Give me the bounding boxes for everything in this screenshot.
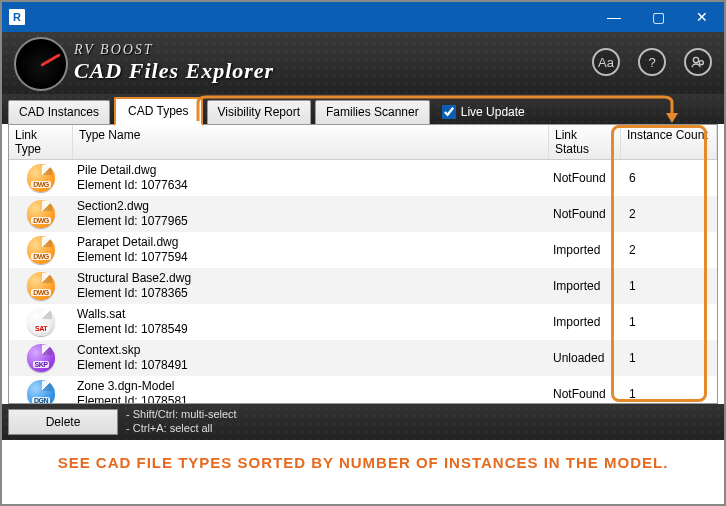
cell-type-name: Section2.dwgElement Id: 1077965 (73, 197, 549, 231)
cell-link-type: SKP (9, 344, 73, 372)
cell-link-type: DWG (9, 236, 73, 264)
table-row[interactable]: DWGPile Detail.dwgElement Id: 1077634Not… (9, 160, 717, 196)
selection-hints: - Shift/Ctrl: multi-select - Ctrl+A: sel… (126, 408, 237, 436)
cell-type-name: Zone 3.dgn-ModelElement Id: 1078581 (73, 377, 549, 403)
col-link-status[interactable]: Link Status (549, 125, 621, 159)
settings-icon[interactable] (684, 48, 712, 76)
grid-body[interactable]: DWGPile Detail.dwgElement Id: 1077634Not… (9, 160, 717, 403)
header-text: RV BOOST CAD Files Explorer (74, 42, 274, 84)
svg-point-0 (693, 57, 698, 62)
col-type-name[interactable]: Type Name (73, 125, 549, 159)
tool-title: CAD Files Explorer (74, 58, 274, 84)
hint-selectall: - Ctrl+A: select all (126, 422, 237, 436)
cell-instance-count: 1 (621, 387, 717, 401)
hint-multiselect: - Shift/Ctrl: multi-select (126, 408, 237, 422)
data-grid: Link Type Type Name Link Status Instance… (8, 124, 718, 404)
header-icons: Aa ? (592, 48, 712, 76)
table-row[interactable]: DWGParapet Detail.dwgElement Id: 1077594… (9, 232, 717, 268)
svg-marker-2 (666, 113, 678, 123)
cell-link-status: Imported (549, 315, 621, 329)
skp-file-icon: SKP (27, 344, 55, 372)
cell-type-name: Context.skpElement Id: 1078491 (73, 341, 549, 375)
cell-link-status: NotFound (549, 387, 621, 401)
tab-cad-types[interactable]: CAD Types (114, 97, 202, 126)
col-link-type[interactable]: Link Type (9, 125, 73, 159)
caption-text: SEE CAD FILE TYPES SORTED BY NUMBER OF I… (2, 440, 724, 471)
footer: Delete - Shift/Ctrl: multi-select - Ctrl… (2, 404, 724, 440)
cell-instance-count: 1 (621, 351, 717, 365)
minimize-button[interactable]: — (592, 2, 636, 32)
grid-header: Link Type Type Name Link Status Instance… (9, 125, 717, 160)
cell-type-name: Parapet Detail.dwgElement Id: 1077594 (73, 233, 549, 267)
tab-cad-instances[interactable]: CAD Instances (8, 100, 110, 124)
cell-type-name: Walls.satElement Id: 1078549 (73, 305, 549, 339)
toolbar: CAD Instances CAD Types Visibility Repor… (2, 94, 724, 124)
cell-link-type: SAT (9, 308, 73, 336)
delete-button[interactable]: Delete (8, 409, 118, 435)
live-update-toggle[interactable]: Live Update (442, 105, 525, 119)
table-row[interactable]: SKPContext.skpElement Id: 1078491Unloade… (9, 340, 717, 376)
dwg-file-icon: DWG (27, 236, 55, 264)
help-icon[interactable]: ? (638, 48, 666, 76)
cell-instance-count: 2 (621, 207, 717, 221)
app-window: R — ▢ ✕ RV BOOST CAD Files Explorer Aa ?… (0, 0, 726, 506)
cell-instance-count: 1 (621, 315, 717, 329)
cell-link-status: NotFound (549, 171, 621, 185)
tab-families-scanner[interactable]: Families Scanner (315, 100, 430, 124)
tab-visibility-report[interactable]: Visibility Report (207, 100, 311, 124)
font-size-icon[interactable]: Aa (592, 48, 620, 76)
dgn-file-icon: DGN (27, 380, 55, 403)
cell-link-status: Unloaded (549, 351, 621, 365)
cell-instance-count: 2 (621, 243, 717, 257)
brand-label: RV BOOST (74, 42, 274, 58)
maximize-button[interactable]: ▢ (636, 2, 680, 32)
cell-link-status: NotFound (549, 207, 621, 221)
live-update-checkbox[interactable] (442, 105, 456, 119)
cell-link-type: DWG (9, 272, 73, 300)
cell-instance-count: 6 (621, 171, 717, 185)
titlebar: R — ▢ ✕ (2, 2, 724, 32)
cell-link-type: DWG (9, 200, 73, 228)
cell-link-type: DGN (9, 380, 73, 403)
table-row[interactable]: DGNZone 3.dgn-ModelElement Id: 1078581No… (9, 376, 717, 403)
close-button[interactable]: ✕ (680, 2, 724, 32)
live-update-label: Live Update (461, 105, 525, 119)
dwg-file-icon: DWG (27, 200, 55, 228)
cell-type-name: Structural Base2.dwgElement Id: 1078365 (73, 269, 549, 303)
cell-link-status: Imported (549, 243, 621, 257)
cell-type-name: Pile Detail.dwgElement Id: 1077634 (73, 161, 549, 195)
table-row[interactable]: DWGStructural Base2.dwgElement Id: 10783… (9, 268, 717, 304)
header: RV BOOST CAD Files Explorer Aa ? (2, 32, 724, 94)
cell-link-status: Imported (549, 279, 621, 293)
gauge-icon (14, 37, 68, 91)
sat-file-icon: SAT (27, 308, 55, 336)
window-controls: — ▢ ✕ (592, 2, 724, 32)
table-row[interactable]: SATWalls.satElement Id: 1078549Imported1 (9, 304, 717, 340)
svg-point-1 (699, 61, 703, 65)
dwg-file-icon: DWG (27, 164, 55, 192)
app-icon: R (8, 8, 26, 26)
cell-link-type: DWG (9, 164, 73, 192)
titlebar-left: R (2, 8, 26, 26)
dwg-file-icon: DWG (27, 272, 55, 300)
col-instance-count[interactable]: Instance Count (621, 125, 717, 159)
table-row[interactable]: DWGSection2.dwgElement Id: 1077965NotFou… (9, 196, 717, 232)
cell-instance-count: 1 (621, 279, 717, 293)
